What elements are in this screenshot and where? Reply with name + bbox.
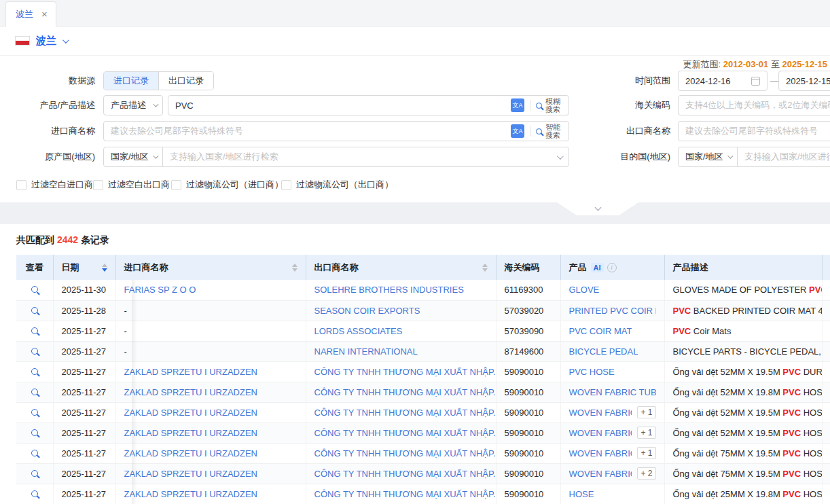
- checkbox-icon[interactable]: [281, 180, 291, 190]
- importer-input[interactable]: 建议去除公司尾部字符或特殊符号 文A 智能 搜索: [103, 121, 569, 141]
- country-name[interactable]: 波兰: [36, 35, 56, 48]
- sort-exporter-button[interactable]: [477, 264, 488, 272]
- description-cell: PVC Coir Mats: [664, 321, 822, 341]
- product-link[interactable]: WOVEN FABRIC ...: [569, 448, 632, 458]
- importer-label: 进口商名称: [10, 121, 95, 141]
- importer-link[interactable]: FARIAS SP Z O O: [124, 285, 196, 295]
- destination-country-select[interactable]: 国家/地区: [678, 147, 738, 167]
- exporter-link[interactable]: CÔNG TY TNHH THƯƠNG MẠI XUẤT NHẬP...: [314, 448, 497, 458]
- view-record-icon[interactable]: [31, 490, 38, 497]
- view-record-icon[interactable]: [31, 470, 38, 477]
- product-link[interactable]: WOVEN FABRIC TUBE: [569, 387, 656, 397]
- product-more-badge[interactable]: + 1: [637, 447, 655, 459]
- product-link[interactable]: WOVEN FABRIC ...: [569, 428, 632, 438]
- filter-logistics-exporter[interactable]: 过滤物流公司（出口商）: [281, 178, 393, 192]
- date-cell: 2025-11-27: [53, 361, 115, 382]
- translate-icon[interactable]: 文A: [511, 98, 524, 112]
- smart-search-button[interactable]: 智能 搜索: [536, 123, 560, 139]
- importer-link[interactable]: ZAKLAD SPRZETU I URZADZEN: [124, 489, 257, 499]
- product-link[interactable]: PVC HOSE: [569, 367, 615, 377]
- ai-badge: AI: [591, 263, 604, 272]
- hs-code-placeholder: 支持4位以上海关编码，或2位海关编码加: [685, 99, 830, 111]
- filter-blank-exporter[interactable]: 过滤空白出口商: [93, 178, 170, 192]
- view-record-icon[interactable]: [31, 307, 38, 314]
- exporter-link[interactable]: CÔNG TY TNHH THƯƠNG MẠI XUẤT NHẬP...: [314, 428, 497, 438]
- filter-logistics-importer[interactable]: 过滤物流公司（进口商）: [171, 178, 283, 192]
- product-link[interactable]: HOSE: [569, 489, 594, 499]
- view-record-icon[interactable]: [31, 389, 38, 395]
- view-record-icon[interactable]: [31, 368, 38, 375]
- product-more-badge[interactable]: + 2: [637, 467, 655, 480]
- chevron-down-icon[interactable]: [62, 37, 69, 43]
- view-record-icon[interactable]: [31, 348, 38, 355]
- checkbox-icon[interactable]: [171, 180, 181, 190]
- exporter-link[interactable]: CÔNG TY TNHH THƯƠNG MẠI XUẤT NHẬP...: [314, 408, 497, 418]
- info-icon[interactable]: i: [607, 263, 617, 272]
- importer-cell: ZAKLAD SPRZETU I URZADZEN: [115, 382, 306, 402]
- product-link[interactable]: PVC COIR MAT: [569, 326, 632, 336]
- product-link[interactable]: GLOVE: [569, 285, 600, 295]
- importer-link[interactable]: ZAKLAD SPRZETU I URZADZEN: [124, 428, 257, 438]
- description-text: Ống vải dệt 52MM X 19.5M: [673, 408, 783, 418]
- checkbox-icon[interactable]: [93, 180, 103, 190]
- date-start-input[interactable]: 2024-12-16: [678, 71, 768, 91]
- exporter-link[interactable]: SEASON COIR EXPORTS: [314, 306, 420, 316]
- view-record-icon[interactable]: [31, 327, 38, 334]
- product-search-input[interactable]: PVC 文A 模糊 搜索: [168, 95, 569, 115]
- cut-cell: [822, 321, 830, 341]
- translate-icon[interactable]: 文A: [511, 124, 524, 138]
- destination-select-value: 国家/地区: [685, 151, 723, 163]
- close-icon[interactable]: ×: [41, 10, 48, 18]
- fuzzy-search-button[interactable]: 模糊 搜索: [536, 97, 560, 113]
- importer-link[interactable]: ZAKLAD SPRZETU I URZADZEN: [124, 448, 257, 458]
- exporter-link[interactable]: NAREN INTERNATIONAL: [314, 346, 418, 357]
- product-more-badge[interactable]: + 1: [637, 406, 655, 418]
- view-cell: [16, 300, 53, 321]
- view-record-icon[interactable]: [31, 286, 38, 293]
- exporter-input[interactable]: 建议去除公司尾部字符或特殊符号: [678, 121, 830, 141]
- tab-import-records[interactable]: 进口记录: [104, 72, 158, 90]
- product-cell: PVC COIR MAT: [560, 321, 664, 341]
- exporter-placeholder: 建议去除公司尾部字符或特殊符号: [685, 125, 818, 137]
- tab-poland[interactable]: 波兰 ×: [5, 1, 56, 26]
- origin-country-select[interactable]: 国家/地区: [103, 147, 163, 167]
- date-cell: 2025-11-27: [53, 443, 115, 463]
- sort-date-button[interactable]: [96, 264, 107, 272]
- exporter-link[interactable]: CÔNG TY TNHH THƯƠNG MẠI XUẤT NHẬP...: [314, 367, 497, 377]
- exporter-link[interactable]: SOLEHRE BROTHERS INDUSTRIES: [314, 285, 464, 295]
- hs-code-input[interactable]: 支持4位以上海关编码，或2位海关编码加: [678, 95, 830, 115]
- product-field-select[interactable]: 产品描述: [103, 95, 163, 115]
- exporter-link[interactable]: CÔNG TY TNHH THƯƠNG MẠI XUẤT NHẬP...: [314, 469, 497, 479]
- importer-link[interactable]: ZAKLAD SPRZETU I URZADZEN: [124, 387, 257, 397]
- product-select-value: 产品描述: [111, 99, 146, 111]
- keyword-highlight: PVC: [673, 326, 691, 336]
- view-record-icon[interactable]: [31, 429, 38, 436]
- importer-link[interactable]: ZAKLAD SPRZETU I URZADZEN: [124, 469, 257, 479]
- exporter-cell: NAREN INTERNATIONAL: [306, 341, 496, 361]
- exporter-link[interactable]: LORDS ASSOCIATES: [314, 326, 403, 336]
- cut-cell: [822, 280, 830, 300]
- description-text: Ống vải dệt 52MM X 19.5M: [673, 428, 783, 438]
- tab-export-records[interactable]: 出口记录: [158, 72, 213, 90]
- hs-code-cell: 57039090: [496, 321, 560, 341]
- product-more-badge[interactable]: + 1: [637, 427, 655, 439]
- checkbox-icon[interactable]: [16, 180, 26, 190]
- date-end-input[interactable]: 2025-12-15: [778, 71, 830, 91]
- column-importer-label: 进口商名称: [124, 262, 168, 274]
- sort-importer-button[interactable]: [287, 264, 297, 272]
- origin-search-input[interactable]: 支持输入国家/地区进行检索: [162, 147, 569, 167]
- view-record-icon[interactable]: [31, 450, 38, 456]
- importer-link[interactable]: ZAKLAD SPRZETU I URZADZEN: [124, 367, 257, 377]
- collapse-form-button[interactable]: [557, 202, 638, 215]
- product-link[interactable]: WOVEN FABRIC ...: [569, 469, 632, 479]
- destination-search-input[interactable]: 支持输入国家/地区进行检索: [737, 147, 830, 167]
- view-record-icon[interactable]: [31, 409, 38, 416]
- importer-link[interactable]: ZAKLAD SPRZETU I URZADZEN: [124, 408, 257, 418]
- product-link[interactable]: WOVEN FABRIC ...: [569, 408, 632, 418]
- filter-blank-importer[interactable]: 过滤空白进口商: [16, 178, 93, 192]
- product-link[interactable]: PRINTED PVC COIR M...: [569, 306, 656, 316]
- product-link[interactable]: BICYCLE PEDAL: [569, 346, 638, 357]
- exporter-link[interactable]: CÔNG TY TNHH THƯƠNG MẠI XUẤT NHẬP...: [314, 387, 497, 397]
- date-cell: 2025-11-27: [53, 463, 115, 484]
- exporter-link[interactable]: CÔNG TY TNHH THƯƠNG MẠI XUẤT NHẬP...: [314, 489, 497, 499]
